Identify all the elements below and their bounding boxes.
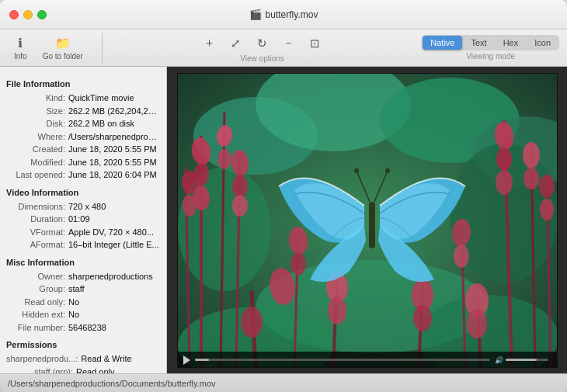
window-title: butterfly.mov [266, 9, 318, 20]
list-item: Read only: No [6, 296, 166, 309]
toolbar: ℹ Info 📁 Go to folder ＋ ⤢ ↻ － ⊡ View opt… [0, 29, 567, 67]
misc-info-title: Misc Information [6, 258, 166, 267]
svg-point-19 [183, 195, 197, 217]
list-item: Modified: June 18, 2020 5:55 PM [6, 156, 166, 169]
list-item: sharpenedprodu...: Read & Write [6, 352, 166, 366]
svg-point-39 [454, 245, 469, 268]
list-item: Owner: sharpenedproductions [6, 270, 166, 283]
duration-value: 01:09 [68, 213, 160, 226]
kind-label: Kind: [6, 92, 68, 105]
list-item: Where: /Users/sharpenedproducti... [6, 130, 166, 144]
aformat-label: AFormat: [6, 238, 68, 252]
aformat-value: 16–bit Integer (Little E... [68, 238, 160, 252]
minimize-button[interactable] [23, 10, 33, 19]
duration-label: Duration: [6, 213, 68, 226]
svg-rect-52 [369, 202, 375, 248]
created-value: June 18, 2020 5:55 PM [68, 143, 160, 156]
permissions-title: Permissions [6, 340, 166, 349]
svg-point-45 [328, 297, 346, 324]
status-path: /Users/sharpenedproductions/Documents/bu… [8, 379, 216, 388]
perm-staff-value: Read only [76, 366, 160, 374]
close-button[interactable] [9, 10, 19, 19]
info-button[interactable]: ℹ Info [8, 33, 33, 64]
svg-point-29 [496, 170, 513, 195]
size-value: 262.2 MB (262,204,200 by... [68, 105, 160, 118]
list-item: Last opened: June 18, 2020 6:04 PM [6, 168, 166, 182]
viewing-mode-buttons: Native Text Hex Icon [422, 35, 559, 50]
status-bar: /Users/sharpenedproductions/Documents/bu… [0, 373, 567, 392]
zoom-in-button[interactable]: ＋ [200, 33, 220, 54]
svg-point-36 [290, 252, 306, 276]
rotate-button[interactable]: ↻ [252, 33, 273, 54]
text-mode-button[interactable]: Text [463, 36, 494, 50]
svg-point-56 [385, 168, 390, 173]
list-item: VFormat: Apple DV, 720 × 480... [6, 226, 166, 239]
traffic-lights [9, 10, 47, 19]
svg-point-54 [354, 168, 359, 173]
video-container: 🔊 [177, 73, 558, 368]
svg-rect-60 [195, 359, 209, 361]
hidden-ext-label: Hidden ext: [6, 308, 68, 321]
read-only-label: Read only: [6, 296, 68, 309]
svg-point-28 [496, 147, 512, 171]
where-value: /Users/sharpenedproducti... [68, 130, 160, 144]
modified-label: Modified: [6, 156, 68, 169]
svg-point-31 [524, 168, 539, 189]
list-item: Disk: 262.2 MB on disk [6, 117, 166, 130]
svg-point-22 [232, 175, 248, 198]
owner-label: Owner: [6, 270, 68, 283]
list-item: AFormat: 16–bit Integer (Little E... [6, 238, 166, 252]
file-info-title: File Information [6, 79, 166, 88]
window-title-area: 🎬 butterfly.mov [249, 9, 318, 20]
zoom-actual-button[interactable]: ⊡ [305, 33, 325, 54]
perm-owner-label: sharpenedprodu...: [6, 352, 81, 366]
kind-value: QuickTime movie [68, 92, 160, 105]
video-info-title: Video Information [6, 188, 166, 197]
modified-value: June 18, 2020 5:55 PM [68, 156, 160, 169]
dimensions-value: 720 x 480 [68, 200, 160, 213]
svg-point-23 [232, 195, 248, 217]
sidebar: File Information Kind: QuickTime movie S… [0, 67, 167, 373]
icon-mode-button[interactable]: Icon [527, 36, 558, 50]
list-item: Created: June 18, 2020 5:55 PM [6, 143, 166, 156]
svg-point-30 [523, 142, 540, 168]
file-icon: 🎬 [249, 9, 262, 20]
disk-value: 262.2 MB on disk [68, 117, 160, 130]
svg-point-18 [182, 171, 197, 194]
perm-owner-value: Read & Write [81, 352, 160, 366]
hex-mode-button[interactable]: Hex [496, 36, 527, 50]
vformat-value: Apple DV, 720 × 480... [68, 226, 160, 239]
svg-point-48 [413, 305, 432, 331]
video-thumbnail: 🔊 [177, 73, 558, 368]
zoom-out-button[interactable]: － [279, 33, 299, 54]
svg-point-17 [217, 149, 231, 169]
last-opened-label: Last opened: [6, 168, 68, 182]
zoom-fit-button[interactable]: ⤢ [226, 33, 246, 54]
svg-rect-63 [506, 359, 537, 361]
last-opened-value: June 18, 2020 6:04 PM [68, 168, 160, 182]
go-to-folder-button[interactable]: 📁 Go to folder [37, 33, 89, 64]
disk-label: Disk: [6, 117, 68, 130]
hidden-ext-value: No [68, 308, 160, 321]
svg-point-33 [540, 199, 554, 220]
where-label: Where: [6, 130, 68, 144]
preview-area: 🔊 [167, 67, 567, 373]
list-item: Group: staff [6, 283, 166, 296]
read-only-value: No [68, 296, 160, 309]
list-item: Kind: QuickTime movie [6, 92, 166, 105]
toolbar-left: ℹ Info 📁 Go to folder [8, 33, 103, 64]
toolbar-right: Native Text Hex Icon Viewing mode [422, 35, 559, 61]
maximize-button[interactable] [37, 10, 47, 19]
folder-icon: 📁 [55, 36, 71, 50]
file-number-value: 56468238 [68, 321, 160, 335]
title-bar: 🎬 butterfly.mov [0, 0, 567, 29]
perm-staff-label: staff (grp): [6, 366, 76, 374]
list-item: Size: 262.2 MB (262,204,200 by... [6, 105, 166, 118]
list-item: Hidden ext: No [6, 308, 166, 321]
group-value: staff [68, 283, 160, 296]
svg-text:🔊: 🔊 [495, 356, 504, 365]
list-item: staff (grp): Read only [6, 366, 166, 374]
native-mode-button[interactable]: Native [423, 36, 462, 50]
svg-point-42 [241, 307, 263, 338]
svg-point-32 [539, 175, 555, 198]
